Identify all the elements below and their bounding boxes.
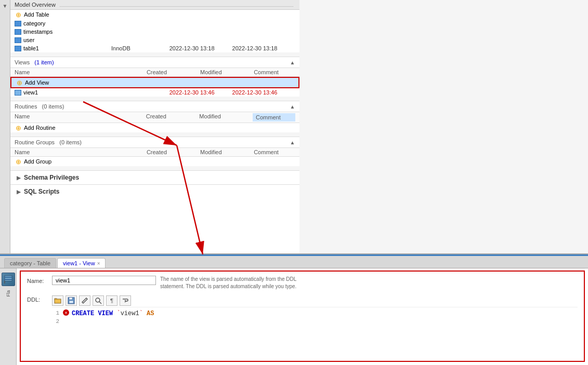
flags-panel: Fla	[0, 268, 17, 365]
panel-title: Model Overview	[15, 2, 56, 8]
routines-section-header: Routines (0 items) ▲	[10, 101, 299, 112]
add-group-icon	[15, 158, 22, 165]
table-row-user[interactable]: user	[10, 36, 299, 44]
keyword-view: VIEW	[98, 310, 113, 317]
routine-groups-section-header: Routine Groups (0 items) ▲	[10, 137, 299, 147]
ddl-label: DDL:	[27, 294, 48, 303]
schema-priv-divider	[10, 166, 299, 170]
views-col-headers: Name Created Modified Comment	[10, 67, 299, 77]
overview-body: Model Overview Add Table category	[10, 0, 299, 253]
bottom-tab-bar: category - Table view1 - View ×	[0, 256, 588, 268]
name-hint: The name of the view is parsed automatic…	[160, 276, 306, 290]
routines-count: (0 items)	[42, 103, 64, 110]
view-name-code: view1	[121, 310, 139, 317]
table-row-category[interactable]: category	[10, 19, 299, 28]
routines-divider	[10, 97, 299, 101]
view-editor-outer: Name: The name of the view is parsed aut…	[17, 268, 588, 365]
wrap-icon	[122, 297, 129, 304]
routines-col-headers: Name Created Modified Comment	[10, 112, 299, 123]
table-row-timestamps[interactable]: timestamps	[10, 28, 299, 36]
sql-scripts-section[interactable]: ▶ SQL Scripts	[10, 184, 299, 198]
ddl-search-button[interactable]	[93, 295, 104, 306]
collapse-arrow-icon[interactable]: ▼	[3, 3, 8, 9]
ddl-toolbar: ¶	[52, 294, 578, 307]
name-form-row: Name: The name of the view is parsed aut…	[27, 276, 578, 290]
category-tab-label: category - Table	[10, 260, 50, 266]
add-group-row[interactable]: Add Group	[10, 157, 299, 166]
sql-scripts-label: SQL Scripts	[24, 188, 59, 195]
views-divider	[10, 52, 299, 57]
views-collapse[interactable]: ▲	[290, 60, 295, 65]
sql-scripts-triangle: ▶	[17, 189, 21, 195]
views-section-header: Views (1 item) ▲	[10, 57, 299, 67]
add-routine-row[interactable]: Add Routine	[10, 123, 299, 132]
code-line-2: 2	[52, 318, 578, 326]
add-group-label: Add Group	[24, 158, 51, 165]
overview-panel: ▼ Model Overview Add Table	[0, 0, 588, 254]
bottom-area: category - Table view1 - View ×	[0, 254, 588, 365]
schema-privileges-section[interactable]: ▶ Schema Privileges	[10, 170, 299, 184]
editor-with-flags: Fla Name: The name of the view is parsed…	[0, 268, 588, 365]
svg-point-12	[96, 298, 100, 302]
flags-icon	[2, 273, 15, 286]
line-number-1: 1	[52, 309, 62, 317]
add-view-icon	[16, 79, 23, 86]
ddl-format-button[interactable]: ¶	[106, 295, 117, 306]
error-circle-icon: ✕	[63, 309, 69, 316]
ddl-open-button[interactable]	[52, 295, 63, 306]
view-row-view1[interactable]: view1 2022-12-30 13:46 2022-12-30 13:46	[10, 88, 299, 97]
table-row-table1[interactable]: table1 InnoDB 2022-12-30 13:18 2022-12-3…	[10, 44, 299, 52]
svg-rect-4	[5, 277, 12, 278]
category-table-tab[interactable]: category - Table	[4, 258, 56, 268]
save-icon	[68, 297, 75, 304]
code-content-2	[70, 318, 578, 326]
editor-form: Name: The name of the view is parsed aut…	[21, 272, 584, 353]
flags-text-label: Fla	[6, 290, 11, 297]
name-label: Name:	[27, 276, 48, 284]
view1-tab[interactable]: view1 - View ×	[57, 258, 106, 268]
flags-icon-svg	[4, 275, 13, 284]
keyword-create: CREATE	[72, 310, 94, 317]
ddl-wrap-button[interactable]	[120, 295, 131, 306]
overview-right-panel	[299, 0, 589, 253]
keyword-as: AS	[147, 310, 154, 317]
line-error-icon: ✕	[62, 309, 70, 316]
add-table-label: Add Table	[24, 11, 49, 18]
view-icon-view1	[15, 90, 21, 96]
tables-section: Add Table category timestamps	[10, 10, 299, 52]
routines-label: Routines (0 items)	[15, 103, 64, 110]
ddl-save-button[interactable]	[66, 295, 77, 306]
add-view-container: Add View	[10, 77, 299, 88]
panel-header: Model Overview	[10, 0, 299, 10]
schema-privileges-label: Schema Privileges	[24, 174, 79, 181]
routine-groups-label: Routine Groups (0 items)	[15, 139, 82, 145]
add-view-row[interactable]: Add View	[10, 77, 299, 88]
routines-collapse[interactable]: ▲	[290, 104, 295, 110]
view-tab-close-button[interactable]: ×	[97, 261, 100, 266]
code-content-1: CREATE VIEW `view1` AS	[70, 309, 578, 318]
svg-rect-9	[69, 298, 72, 300]
svg-rect-10	[69, 301, 73, 303]
format-paragraph-icon: ¶	[110, 298, 113, 304]
search-icon	[95, 297, 102, 304]
table-icon-table1	[15, 46, 21, 51]
svg-rect-3	[5, 276, 12, 281]
routine-groups-divider	[10, 132, 299, 137]
table-icon-category	[15, 21, 21, 26]
routine-groups-collapse[interactable]: ▲	[290, 140, 295, 145]
edit-icon	[81, 297, 88, 304]
svg-rect-7	[55, 299, 61, 303]
add-table-icon	[15, 11, 22, 18]
views-label: Views (1 item)	[15, 59, 54, 65]
ddl-form-row: DDL:	[27, 294, 578, 348]
add-table-row[interactable]: Add Table	[10, 10, 299, 19]
name-input[interactable]	[52, 276, 156, 285]
table-icon-timestamps	[15, 29, 21, 35]
ddl-editor-container: ¶ 1	[52, 294, 578, 348]
folder-icon	[54, 297, 61, 304]
ddl-code-editor[interactable]: 1 ✕ CREATE VIEW	[52, 307, 578, 348]
code-line-1: 1 ✕ CREATE VIEW	[52, 309, 578, 318]
views-count: (1 item)	[34, 59, 54, 65]
line-number-2: 2	[52, 318, 62, 325]
ddl-edit-button[interactable]	[79, 295, 90, 306]
